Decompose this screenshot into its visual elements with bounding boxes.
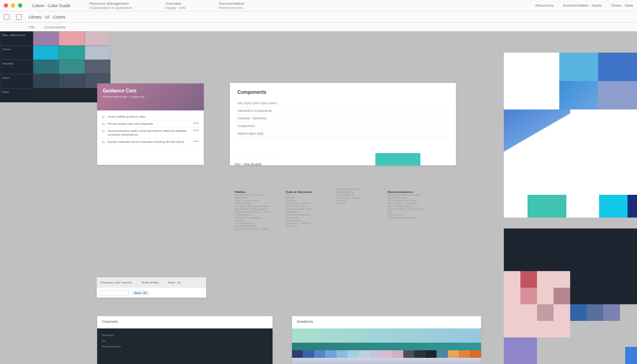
color-swatch[interactable] <box>59 46 84 60</box>
list-item[interactable]: General elements apply contextual balanc… <box>102 127 199 138</box>
traffic-lights <box>4 3 22 8</box>
breadcrumb[interactable]: Documentation Reference Index <box>219 1 264 10</box>
channels-card[interactable]: Channels ResearchhslRepresentation Perce… <box>97 316 273 364</box>
row-label: Base · reference color <box>0 31 33 46</box>
color-swatch[interactable] <box>459 350 470 358</box>
gradient-swatch <box>292 343 481 350</box>
color-strip <box>292 350 481 358</box>
property-row[interactable]: · <box>337 205 378 208</box>
form-row[interactable]: Contrast · elements <box>237 115 448 122</box>
close-icon[interactable] <box>4 3 8 8</box>
form-row[interactable]: Set object and input colors… <box>237 100 448 107</box>
grid-icon[interactable] <box>16 14 22 20</box>
run-tab[interactable]: Run · New Budget <box>230 159 280 165</box>
color-swatch[interactable] <box>325 350 336 358</box>
color-swatch[interactable] <box>59 88 84 102</box>
list-item[interactable]: Primary shade used most frequently 85% <box>102 120 199 127</box>
color-swatch[interactable] <box>59 31 84 46</box>
exporter-label: Frequency color exporter <box>100 281 132 284</box>
zoom-icon[interactable] <box>18 3 22 8</box>
color-swatch[interactable] <box>437 350 447 358</box>
property-row[interactable]: Guide etc <box>286 225 328 228</box>
color-swatch[interactable] <box>414 350 425 358</box>
document-bar: Library · UI · Colors <box>0 11 637 23</box>
filter-chip[interactable]: Base · All <box>132 291 149 295</box>
window-tab[interactable]: Colors · Color Guide <box>32 3 71 8</box>
accent-swatch <box>375 153 420 165</box>
doc-title: Library · UI · Colors <box>28 15 65 19</box>
card-title: Gradients <box>292 316 481 328</box>
row-label: Accent <box>0 74 33 88</box>
form-row[interactable]: Interactive components <box>237 107 448 115</box>
bullet-icon <box>102 141 105 144</box>
color-swatch[interactable] <box>85 31 110 46</box>
color-swatch[interactable] <box>381 350 392 358</box>
bullet-icon <box>102 130 105 133</box>
guidance-header: Guidance Core Primary theme hue — accent… <box>97 83 204 110</box>
color-swatch[interactable] <box>426 350 437 358</box>
color-swatch[interactable] <box>59 74 84 88</box>
gradient-swatch <box>292 358 481 364</box>
palette-grid[interactable]: Base · reference colorPrimarySecondaryAc… <box>0 31 110 102</box>
list-item[interactable]: Accent palette guidance token <box>102 113 199 120</box>
color-swatch[interactable] <box>359 350 370 358</box>
artwork-b <box>504 228 637 364</box>
bullet-icon <box>102 116 105 118</box>
color-swatch[interactable] <box>403 350 414 358</box>
toolbar: File Components <box>0 23 637 31</box>
card-title: Channels <box>97 316 273 328</box>
color-swatch[interactable] <box>303 350 314 358</box>
property-row[interactable]: Documentation configuration <box>388 208 429 210</box>
bullet-icon <box>102 123 105 126</box>
components-card[interactable]: Components Set object and input colors…I… <box>230 83 456 165</box>
color-swatch[interactable] <box>33 46 59 60</box>
code-block: ResearchhslRepresentation <box>97 328 273 364</box>
color-swatch[interactable] <box>85 60 110 74</box>
exporter-label: Mode · All <box>168 281 181 284</box>
sidebar-toggle-icon[interactable] <box>4 14 9 20</box>
guidance-card[interactable]: Guidance Core Primary theme hue — accent… <box>97 83 204 165</box>
color-swatch[interactable] <box>33 74 59 88</box>
color-swatch[interactable] <box>33 88 59 102</box>
resources-button[interactable]: Resources <box>536 3 554 8</box>
color-swatch[interactable] <box>347 350 358 358</box>
color-swatch[interactable] <box>370 350 381 358</box>
list-item[interactable]: Support statement across examples includ… <box>102 138 199 146</box>
color-swatch[interactable] <box>85 46 110 60</box>
color-swatch[interactable] <box>448 350 459 358</box>
share-button[interactable]: Share · Save <box>611 3 633 8</box>
gradient-swatch <box>292 328 481 343</box>
search-input[interactable] <box>100 290 129 296</box>
design-canvas[interactable]: Guidance Core Primary theme hue — accent… <box>0 31 637 364</box>
breadcrumb[interactable]: Overview Display · Sets <box>165 1 205 10</box>
gradients-card[interactable]: Gradients <box>292 316 481 364</box>
form-row[interactable]: Variant layer style <box>237 130 448 137</box>
color-swatch[interactable] <box>337 350 347 358</box>
property-row[interactable]: Set parametric color palette <box>235 228 276 230</box>
exporter-label: Scale binding <box>142 281 159 284</box>
row-label: Muted <box>0 88 33 102</box>
titlebar: Colors · Color Guide Resource Management… <box>0 0 637 11</box>
property-row[interactable]: Pointers here selected <box>388 216 429 219</box>
exporter-card[interactable]: Frequency color exporter Scale binding M… <box>97 277 206 298</box>
tab-components[interactable]: Components <box>44 25 65 29</box>
row-label: Primary <box>0 46 33 60</box>
color-swatch[interactable] <box>33 60 59 74</box>
color-swatch[interactable] <box>392 350 403 358</box>
card-title: Components <box>237 90 448 95</box>
color-swatch[interactable] <box>33 31 59 46</box>
artwork-a <box>504 53 637 218</box>
color-swatch[interactable] <box>59 60 84 74</box>
property-row[interactable]: Derived presentation · harmonies <box>286 213 328 219</box>
breadcrumb[interactable]: Resource Management Customization & Appe… <box>90 1 151 10</box>
tab-file[interactable]: File <box>28 25 35 29</box>
color-swatch[interactable] <box>314 350 325 358</box>
color-swatch[interactable] <box>292 350 303 358</box>
color-swatch[interactable] <box>470 350 481 358</box>
form-row[interactable]: Component <box>237 122 448 130</box>
property-columns: Palettes1 / 3Adjust hue at this levelRef… <box>235 188 429 230</box>
docs-button[interactable]: Documentation · Guide <box>563 3 602 8</box>
row-label: Secondary <box>0 60 33 74</box>
minimize-icon[interactable] <box>11 3 15 8</box>
